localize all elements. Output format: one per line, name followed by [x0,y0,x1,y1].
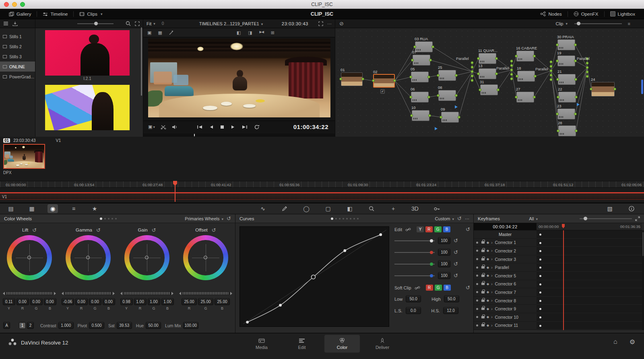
row-enable-dot-icon[interactable] [476,291,478,293]
keyframes-scrollbar[interactable] [642,230,644,330]
param-value[interactable]: 39.53 [117,322,132,329]
wheel-master-slider[interactable] [6,291,53,295]
expand-gallery-icon[interactable] [135,21,140,26]
keyframe-row[interactable]: ◆›Corrector 6 [474,280,537,289]
lock-icon[interactable] [481,258,485,261]
topbar-button-clips[interactable]: Clips▾ [74,9,107,19]
keyframe-marker[interactable] [539,234,541,236]
loop-icon[interactable] [254,125,260,129]
keyframe-marker[interactable] [539,258,541,261]
settings-gear-icon[interactable]: ⚙ [630,338,635,346]
node-10[interactable]: 10 [412,110,429,121]
wipe-mode-icon[interactable]: ◨ [248,30,252,35]
wheel-value-r[interactable]: 1.00 [134,298,147,305]
node-28[interactable]: 28 [558,125,576,136]
curve-gain-slider[interactable] [394,239,435,243]
node-19[interactable]: 19 [557,55,575,66]
wheel-value-g[interactable]: 25.00 [198,298,213,305]
keyframe-marker[interactable] [539,250,541,252]
node-panel-scrollbar[interactable] [641,80,643,94]
node-03[interactable]: 03 RUA [415,41,433,52]
gallery-item[interactable]: Stills 3 [0,51,35,62]
stereo-3d-icon[interactable]: 3D [410,204,420,213]
gallery-still[interactable]: I.2.1 [45,30,130,82]
keyframe-row[interactable]: ◆›Corrector 9 [474,305,537,313]
expand-chevron-icon[interactable]: › [491,307,492,311]
wheel-reset-icon[interactable]: ↺ [212,228,216,233]
wheel-value-y[interactable]: 0.98 [120,298,133,305]
wheel-value-y[interactable]: 0.11 [3,298,15,305]
soft-clip-channel-r[interactable]: R [426,285,433,291]
viewer-options-icon[interactable]: ··· [327,21,332,26]
curve-gain-value[interactable]: 100 [438,249,450,256]
wheel-value-r[interactable]: 0.00 [75,298,88,305]
gradient-window-icon[interactable]: ◧ [345,204,355,213]
keyframe-diamond-icon[interactable]: ◆ [487,324,489,327]
keyframe-marker[interactable] [539,300,541,302]
keyframe-track[interactable] [537,239,642,247]
node-09[interactable]: 09 [441,112,459,123]
viewer-expand-icon[interactable] [318,21,323,26]
scissors-icon[interactable] [161,125,166,129]
wheel-reset-icon[interactable]: ↺ [32,228,37,233]
curve-gain-value[interactable]: 100 [438,237,450,244]
curves-mode-select[interactable]: Custom ▾ [435,216,454,221]
key-icon[interactable] [431,204,442,213]
gang-viewers-icon[interactable]: ▶◀ [260,30,264,35]
lock-icon[interactable] [481,324,485,326]
soft-clip-reset-icon[interactable]: ↺ [466,285,470,290]
node-07[interactable]: 07 [413,55,430,66]
lock-icon[interactable] [481,300,485,302]
node-06[interactable]: 06 [411,92,429,103]
expand-chevron-icon[interactable]: › [491,315,492,319]
keyframe-diamond-icon[interactable]: ◆ [487,257,489,261]
viewer-zoom-select[interactable]: Fit▾ [147,21,155,26]
grid-view-icon[interactable]: ▦ [158,30,162,35]
wheel-value-y[interactable]: -0.06 [62,298,74,305]
gallery-still[interactable] [45,85,130,133]
wheel-value-b[interactable]: 1.00 [161,298,174,305]
node-18[interactable]: 18 [517,71,535,82]
wheel-value-g[interactable]: 0.00 [30,298,43,305]
node-16[interactable]: 16 CABARE [516,51,534,62]
curve-gain-slider[interactable] [394,262,435,266]
keyframe-diamond-icon[interactable]: ◆ [487,307,489,311]
curves-page-dots[interactable] [331,217,359,220]
color-wheel-control[interactable] [183,235,228,280]
keyframe-row[interactable]: ◆›Corrector 7 [474,288,537,297]
keyframe-diamond-icon[interactable]: ◆ [487,299,489,302]
keyframe-track[interactable] [537,230,642,239]
keyframe-diamond-icon[interactable]: ◆ [487,282,489,286]
row-enable-dot-icon[interactable] [476,250,478,252]
soft-clip-link-icon[interactable] [415,286,420,290]
expand-chevron-icon[interactable]: › [491,323,492,328]
keyframes-zoom-slider[interactable] [580,216,632,221]
expand-chevron-icon[interactable]: › [491,248,492,253]
node-27[interactable]: 27 [516,92,534,103]
list-view-icon[interactable] [3,21,8,26]
curve-graph[interactable] [239,226,389,327]
power-window-square-icon[interactable]: ▢ [323,204,333,213]
node-31[interactable]: 31 [480,84,498,95]
expand-chevron-icon[interactable]: › [491,265,492,270]
stop-icon[interactable] [220,125,224,129]
topbar-button-lightbox[interactable]: Lightbox [605,9,640,19]
low-value[interactable]: 50.0 [406,295,421,302]
slider-reset-icon[interactable]: ↺ [454,250,458,255]
high-value[interactable]: 50.0 [444,295,459,302]
node-enabled-checkbox[interactable]: ✓ [380,89,385,94]
reset-all-icon[interactable]: ↺ [227,216,231,221]
keyframe-row[interactable]: ◆›Corrector 11 [474,322,537,330]
lock-icon[interactable] [481,275,485,277]
lock-icon[interactable] [481,316,485,318]
node-21[interactable]: 21 [558,74,576,85]
keyframe-marker[interactable] [539,242,541,244]
topbar-button-openfx[interactable]: OpenFX [569,9,603,19]
wheel-reset-icon[interactable]: ↺ [96,228,101,233]
page-tab-media[interactable]: Media [244,335,279,353]
row-enable-dot-icon[interactable] [476,300,478,302]
goto-end-icon[interactable] [242,125,248,129]
info-icon[interactable] [626,204,637,213]
node-23[interactable]: 23 [557,109,575,119]
keyframe-diamond-icon[interactable]: ◆ [487,290,489,294]
